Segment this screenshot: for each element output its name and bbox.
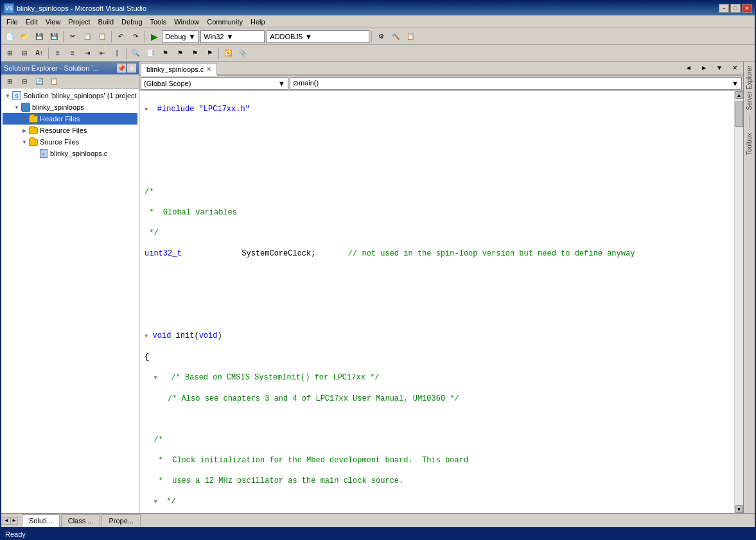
se-refresh-button[interactable]: 🔄 bbox=[32, 74, 46, 89]
function-dropdown[interactable]: ⊙main() ▼ bbox=[290, 77, 742, 90]
function-label: ⊙main() bbox=[293, 79, 319, 87]
save-button[interactable]: 💾 bbox=[32, 30, 46, 44]
tb2-btn16[interactable]: 📎 bbox=[236, 46, 250, 60]
tab-close-all[interactable]: ✕ bbox=[728, 62, 742, 74]
menu-item-tools[interactable]: Tools bbox=[146, 16, 171, 28]
build-button[interactable]: 🔨 bbox=[389, 30, 403, 44]
bottom-tab-class[interactable]: Class ... bbox=[61, 514, 101, 527]
source-file-label: blinky_spinloops.c bbox=[50, 150, 107, 157]
tb2-btn6[interactable]: ⇥ bbox=[80, 46, 94, 60]
menu-item-view[interactable]: View bbox=[42, 16, 65, 28]
close-button[interactable]: ✕ bbox=[742, 4, 752, 13]
vertical-scrollbar[interactable]: ▲ ▼ bbox=[734, 91, 743, 513]
tab-scroll-left[interactable]: ◄ bbox=[681, 62, 696, 74]
source-files-label: Source Files bbox=[40, 138, 79, 146]
tb2-btn1[interactable]: ⊞ bbox=[3, 46, 17, 60]
tb2-btn9[interactable]: 🔍 bbox=[128, 46, 143, 60]
attach-button[interactable]: ⚙ bbox=[374, 30, 388, 44]
editor-tab-main[interactable]: blinky_spinloops.c ✕ bbox=[141, 63, 217, 76]
menu-item-build[interactable]: Build bbox=[94, 16, 118, 28]
cut-button[interactable]: ✂ bbox=[66, 30, 80, 44]
se-tb-btn1[interactable]: ⊞ bbox=[3, 74, 17, 89]
scope-label: (Global Scope) bbox=[144, 80, 191, 87]
code-line-12: ▼ void init(void) bbox=[145, 331, 222, 340]
tb2-btn11[interactable]: ⚑ bbox=[158, 46, 172, 60]
platform-label: Win32 bbox=[204, 33, 224, 40]
solution-root-item[interactable]: ▼ S Solution 'blinky_spinloops' (1 proje… bbox=[3, 90, 137, 101]
tb2-btn8[interactable]: | bbox=[110, 46, 124, 60]
toolbar-separator4 bbox=[371, 31, 372, 42]
bottom-tab-solution[interactable]: Soluti... bbox=[22, 514, 60, 527]
se-pin-button[interactable]: 📌 bbox=[117, 64, 126, 73]
toolbox-label[interactable]: Toolbox bbox=[746, 133, 753, 155]
resource-files-arrow: ▶ bbox=[21, 126, 28, 134]
solution-arrow: ▼ bbox=[4, 92, 12, 100]
tb2-btn4[interactable]: ≡ bbox=[51, 46, 65, 60]
editor-scope-bar: (Global Scope) ▼ ⊙main() ▼ bbox=[139, 76, 743, 91]
resource-files-item[interactable]: ▶ Resource Files bbox=[3, 125, 137, 136]
tb2-btn12[interactable]: ⚑ bbox=[173, 46, 187, 60]
bottom-tabs: ◄ ► Soluti... Class ... Prope... bbox=[1, 513, 755, 527]
menu-item-project[interactable]: Project bbox=[64, 16, 94, 28]
scroll-up-button[interactable]: ▲ bbox=[735, 91, 743, 99]
header-files-item[interactable]: ▶ Header Files bbox=[3, 113, 137, 125]
server-explorer-label[interactable]: Server Explorer bbox=[746, 65, 753, 110]
se-props-button[interactable]: 📋 bbox=[47, 74, 61, 89]
menu-item-edit[interactable]: Edit bbox=[22, 16, 42, 28]
copy-button[interactable]: 📋 bbox=[80, 30, 94, 44]
tab-close-button[interactable]: ✕ bbox=[206, 65, 211, 73]
tb2-btn7[interactable]: ⇤ bbox=[95, 46, 109, 60]
debug-config-dropdown[interactable]: Debug ▼ bbox=[162, 30, 198, 43]
code-content[interactable]: ▼ #include "LPC17xx.h" /* * Global varia… bbox=[139, 91, 734, 513]
undo-button[interactable]: ↶ bbox=[114, 30, 128, 44]
maximize-button[interactable]: □ bbox=[730, 4, 741, 13]
menu-item-file[interactable]: File bbox=[3, 16, 22, 28]
tb2-btn5[interactable]: ≡ bbox=[66, 46, 80, 60]
platform-dropdown[interactable]: Win32 ▼ bbox=[200, 30, 265, 43]
menu-item-help[interactable]: Help bbox=[247, 16, 269, 28]
bottom-tab-scroll: ◄ ► bbox=[1, 517, 19, 525]
project-arrow: ▼ bbox=[13, 103, 21, 111]
bottom-tab-props[interactable]: Prope... bbox=[101, 514, 141, 527]
solution-explorer: Solution Explorer - Solution '... 📌 ✕ ⊞ … bbox=[1, 62, 139, 513]
tb2-btn3[interactable]: A↑ bbox=[32, 46, 46, 60]
bottom-scroll-right[interactable]: ► bbox=[10, 517, 18, 525]
redo-button[interactable]: ↷ bbox=[128, 30, 143, 44]
toolbar-separator3 bbox=[145, 31, 145, 42]
title-bar: VS blinky_spinloops - Microsoft Visual S… bbox=[1, 1, 755, 15]
new-file-button[interactable]: 📄 bbox=[3, 30, 17, 44]
se-close-button[interactable]: ✕ bbox=[127, 64, 136, 73]
source-file-item[interactable]: c blinky_spinloops.c bbox=[3, 148, 137, 159]
save-all-button[interactable]: 💾 bbox=[47, 30, 61, 44]
tab-dropdown[interactable]: ▼ bbox=[712, 62, 726, 74]
resource-files-label: Resource Files bbox=[40, 126, 87, 134]
project-item[interactable]: ▼ blinky_spinloops bbox=[3, 101, 137, 113]
code-line-6: * Global variables bbox=[145, 208, 237, 217]
tb2-btn15[interactable]: 🔁 bbox=[221, 46, 235, 60]
source-files-item[interactable]: ▼ Source Files bbox=[3, 136, 137, 148]
paste-button[interactable]: 📋 bbox=[95, 30, 109, 44]
minimize-button[interactable]: − bbox=[719, 4, 729, 13]
resource-files-icon bbox=[28, 125, 39, 135]
properties-button[interactable]: 📋 bbox=[403, 30, 418, 44]
right-sidebar: Server Explorer Toolbox bbox=[743, 62, 755, 513]
start-debug-button[interactable]: ▶ bbox=[147, 30, 161, 44]
menu-item-window[interactable]: Window bbox=[170, 16, 203, 28]
project-icon bbox=[21, 102, 31, 112]
open-button[interactable]: 📂 bbox=[17, 30, 31, 44]
tab-scroll-right[interactable]: ► bbox=[697, 62, 711, 74]
scroll-thumb[interactable] bbox=[735, 101, 743, 127]
header-files-label: Header Files bbox=[40, 115, 80, 123]
menu-item-community[interactable]: Community bbox=[203, 16, 247, 28]
tb2-btn2[interactable]: ⊟ bbox=[17, 46, 31, 60]
tb2-btn13[interactable]: ⚑ bbox=[188, 46, 202, 60]
tb2-btn10[interactable]: 📑 bbox=[143, 46, 157, 60]
target-dropdown[interactable]: ADDOBJ5 ▼ bbox=[267, 30, 369, 43]
scope-dropdown[interactable]: (Global Scope) ▼ bbox=[141, 77, 288, 90]
bottom-scroll-left[interactable]: ◄ bbox=[3, 517, 10, 525]
scroll-down-button[interactable]: ▼ bbox=[735, 505, 743, 513]
source-file-arrow bbox=[31, 150, 39, 157]
se-tb-btn2[interactable]: ⊟ bbox=[17, 74, 31, 89]
menu-item-debug[interactable]: Debug bbox=[118, 16, 146, 28]
tb2-btn14[interactable]: ⚑ bbox=[202, 46, 216, 60]
